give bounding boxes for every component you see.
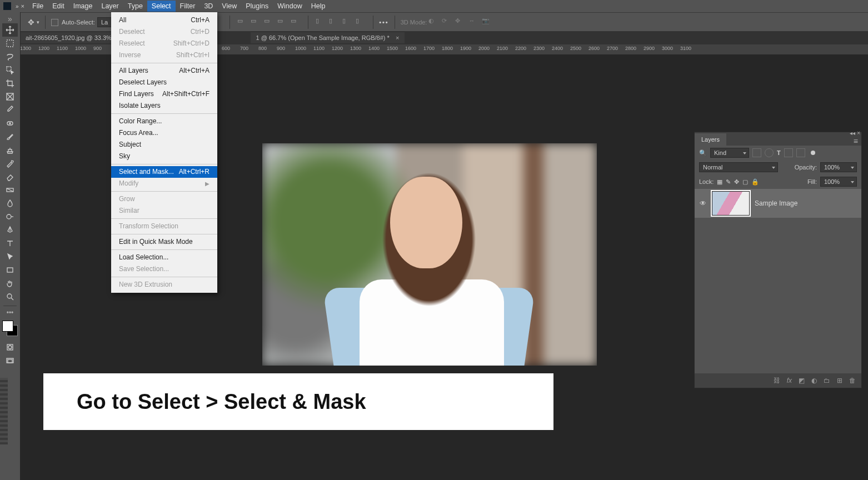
search-icon[interactable]: 🔍 (699, 149, 707, 157)
more-options-icon[interactable]: ••• (379, 19, 389, 26)
marquee-tool[interactable] (2, 37, 18, 50)
3d-cam-icon[interactable]: 📷 (482, 17, 492, 27)
menu-filter[interactable]: Filter (176, 1, 200, 12)
menu-item-focus-area[interactable]: Focus Area... (111, 127, 217, 139)
distribute-last-icon[interactable]: ▯ (356, 17, 366, 27)
auto-select-checkbox[interactable] (51, 19, 58, 26)
3d-roll-icon[interactable]: ⟳ (442, 17, 452, 27)
menu-plugins[interactable]: Plugins (241, 1, 273, 12)
edit-toolbar-icon[interactable]: ••• (2, 308, 18, 317)
close-icon[interactable]: × (21, 3, 24, 9)
document-tab[interactable]: 1 @ 66.7% (Open The Sample Image, RGB/8#… (251, 32, 405, 43)
layer-thumbnail[interactable] (712, 192, 749, 215)
menu-image[interactable]: Image (69, 1, 97, 12)
menu-item-load-selection[interactable]: Load Selection... (111, 252, 217, 263)
rectangle-tool[interactable] (2, 263, 18, 277)
menu-item-find-layers[interactable]: Find LayersAlt+Shift+Ctrl+F (111, 88, 217, 100)
menu-item-sky[interactable]: Sky (111, 151, 217, 162)
visibility-icon[interactable]: 👁 (699, 199, 707, 207)
clone-stamp-tool[interactable] (2, 143, 18, 157)
hand-tool[interactable] (2, 277, 18, 290)
filter-adjust-icon[interactable] (765, 148, 774, 157)
lock-brush-icon[interactable]: ✎ (726, 178, 731, 186)
zoom-tool[interactable] (2, 290, 18, 303)
align-left-icon[interactable]: ▭ (237, 17, 247, 27)
menu-item-all-layers[interactable]: All LayersAlt+Ctrl+A (111, 65, 217, 77)
crop-tool[interactable] (2, 77, 18, 90)
filter-shape-icon[interactable] (784, 148, 793, 157)
eyedropper-tool[interactable] (2, 103, 18, 117)
path-select-tool[interactable] (2, 250, 18, 263)
lock-trans-icon[interactable]: ▦ (717, 178, 722, 186)
mask-icon[interactable]: ◩ (799, 377, 805, 384)
healing-brush-tool[interactable] (2, 117, 18, 130)
distribute-v-icon[interactable]: ▯ (329, 17, 339, 27)
blur-tool[interactable] (2, 197, 18, 210)
group-icon[interactable]: 🗀 (824, 377, 830, 384)
frame-tool[interactable] (2, 90, 18, 103)
3d-pan-icon[interactable]: ✥ (455, 17, 465, 27)
lock-all-icon[interactable]: 🔒 (751, 178, 759, 186)
align-center-icon[interactable]: ▭ (251, 17, 261, 27)
brush-tool[interactable] (2, 130, 18, 143)
gradient-tool[interactable] (2, 183, 18, 197)
menu-item-subject[interactable]: Subject (111, 139, 217, 151)
history-brush-tool[interactable] (2, 157, 18, 170)
menu-help[interactable]: Help (307, 1, 330, 12)
filter-kind-dropdown[interactable]: Kind (710, 148, 749, 158)
menu-edit[interactable]: Edit (48, 1, 69, 12)
filter-pixel-icon[interactable] (752, 148, 761, 157)
close-icon[interactable]: × (396, 34, 399, 41)
layers-tab[interactable]: Layers (695, 133, 726, 146)
quickmask-tool[interactable] (2, 341, 18, 354)
trash-icon[interactable]: 🗑 (849, 377, 856, 384)
layer-row[interactable]: 👁 Sample Image (695, 189, 861, 218)
menu-layer[interactable]: Layer (97, 1, 123, 12)
type-tool[interactable] (2, 237, 18, 250)
fill-input[interactable]: 100% (820, 177, 857, 187)
distribute-space-icon[interactable]: ▯ (342, 17, 352, 27)
toolbar-expand-icon[interactable]: » (8, 14, 12, 23)
menu-item-all[interactable]: AllCtrl+A (111, 14, 217, 26)
3d-slide-icon[interactable]: ↔ (468, 17, 478, 27)
screenmode-tool[interactable] (2, 354, 18, 367)
filter-toggle-dot[interactable] (811, 151, 815, 155)
filter-type-icon[interactable]: T (777, 149, 781, 156)
menu-view[interactable]: View (217, 1, 241, 12)
opacity-input[interactable]: 100% (820, 162, 857, 172)
pen-tool[interactable] (2, 223, 18, 237)
lasso-tool[interactable] (2, 50, 18, 63)
3d-orbit-icon[interactable]: ◐ (428, 17, 438, 27)
menu-item-deselect-layers[interactable]: Deselect Layers (111, 77, 217, 88)
eraser-tool[interactable] (2, 170, 18, 183)
window-chevrons[interactable]: » (16, 3, 19, 9)
blend-mode-dropdown[interactable]: Normal (699, 162, 778, 172)
panel-menu-icon[interactable]: ≡ (854, 137, 858, 146)
filter-smart-icon[interactable] (796, 148, 805, 157)
menu-window[interactable]: Window (273, 1, 306, 12)
new-layer-icon[interactable]: ⊞ (837, 377, 842, 384)
lock-artboard-icon[interactable]: ▢ (742, 178, 748, 186)
menu-select[interactable]: Select (147, 1, 176, 12)
align-middle-icon[interactable]: ▭ (291, 17, 301, 27)
color-swatch[interactable] (2, 321, 18, 336)
menu-item-label: Subject (119, 141, 141, 149)
distribute-h-icon[interactable]: ▯ (316, 17, 326, 27)
dodge-tool[interactable] (2, 210, 18, 223)
menu-item-edit-in-quick-mask-mode[interactable]: Edit in Quick Mask Mode (111, 236, 217, 248)
menu-item-select-and-mask[interactable]: Select and Mask...Alt+Ctrl+R (111, 166, 217, 178)
lock-move-icon[interactable]: ✥ (734, 178, 739, 186)
menu-item-isolate-layers[interactable]: Isolate Layers (111, 100, 217, 112)
adjustment-icon[interactable]: ◐ (811, 377, 817, 384)
fx-icon[interactable]: fx (787, 377, 792, 384)
menu-3d[interactable]: 3D (199, 1, 217, 12)
move-tool[interactable] (2, 23, 18, 37)
menu-file[interactable]: File (28, 1, 48, 12)
menu-item-color-range[interactable]: Color Range... (111, 116, 217, 127)
link-layers-icon[interactable]: ⛓ (774, 377, 780, 384)
align-right-icon[interactable]: ▭ (264, 17, 274, 27)
object-select-tool[interactable] (2, 63, 18, 77)
panel-collapse-icon[interactable]: ◂◂ × (850, 130, 860, 136)
align-top-icon[interactable]: ▭ (277, 17, 287, 27)
menu-type[interactable]: Type (123, 1, 147, 12)
